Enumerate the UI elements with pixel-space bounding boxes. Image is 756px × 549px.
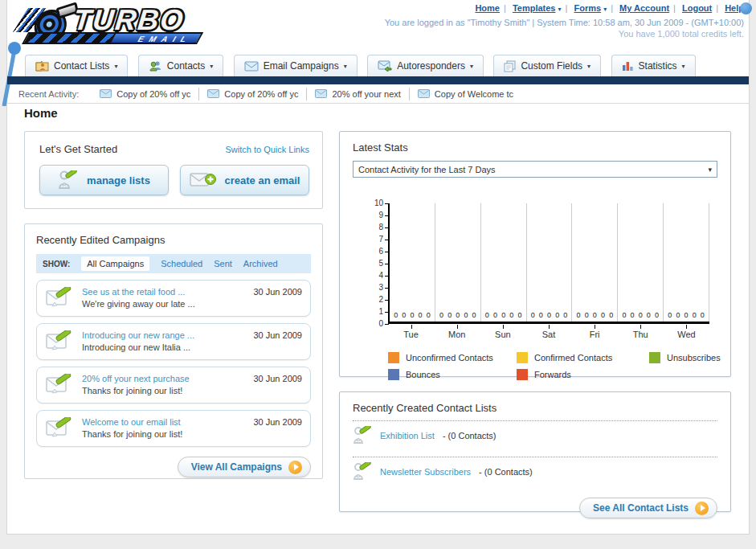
- chart-day-group: 00000: [481, 203, 527, 322]
- nav-link-templates[interactable]: Templates: [513, 3, 556, 13]
- tab-custom-fields[interactable]: Custom Fields ▾: [493, 55, 601, 76]
- nav-link-logout[interactable]: Logout: [682, 3, 712, 13]
- envelope-pencil-icon: [45, 330, 74, 353]
- chart-legend: Unconfirmed Contacts Confirmed Contacts …: [388, 352, 717, 380]
- campaign-subject: We're giving away our late ...: [82, 299, 245, 309]
- series-value-label: 0: [394, 311, 398, 319]
- see-all-contact-lists-button[interactable]: See All Contact Lists: [579, 498, 717, 518]
- filter-all-campaigns[interactable]: All Campaigns: [81, 256, 149, 271]
- x-tick-label: Wed: [664, 326, 709, 339]
- recent-activity-item[interactable]: Copy of 20% off yc: [199, 88, 307, 100]
- legend-swatch: [517, 369, 528, 380]
- legend-item: Unsubscribes: [649, 352, 721, 363]
- utility-nav: Home| Templates ▾| Forms ▾| My Account| …: [385, 3, 744, 13]
- activity-item-label: Copy of 20% off yc: [116, 89, 190, 99]
- nav-link-forms[interactable]: Forms: [574, 3, 601, 13]
- contact-list-link[interactable]: Newsletter Subscribers: [380, 467, 471, 477]
- create-email-button[interactable]: create an email: [180, 165, 309, 195]
- show-label: SHOW:: [43, 260, 70, 268]
- legend-item: Bounces: [388, 369, 517, 380]
- navy-divider-bar: [7, 76, 749, 84]
- x-tick-label: Fri: [572, 326, 618, 339]
- campaign-link[interactable]: 20% off your next purchase: [82, 374, 245, 383]
- manage-lists-button[interactable]: manage lists: [39, 165, 169, 195]
- app-window: TURBO EMAIL Home| Templates ▾| Forms ▾| …: [0, 0, 756, 549]
- logo-subtitle: EMAIL: [136, 35, 194, 43]
- tab-label: Contact Lists: [54, 60, 109, 72]
- series-value-label: 0: [531, 311, 535, 319]
- x-tick-label: Tue: [388, 326, 434, 339]
- envelope-arrow-icon: [378, 60, 392, 72]
- y-tick-label: 9: [366, 210, 383, 221]
- tab-contact-lists[interactable]: Contact Lists ▾: [25, 55, 128, 76]
- switch-quick-links[interactable]: Switch to Quick Links: [225, 145, 309, 154]
- recent-activity-item[interactable]: 20% off your next: [307, 88, 409, 100]
- y-tick-label: 8: [366, 222, 383, 233]
- stats-range-select[interactable]: Contact Activity for the Last 7 Days ▾: [353, 161, 717, 178]
- series-value-label: 0: [419, 311, 423, 319]
- envelope-pencil-icon: [45, 287, 74, 309]
- chevron-down-icon: ▾: [210, 63, 213, 70]
- series-value-label: 0: [464, 311, 468, 319]
- contact-lists-panel: Recently Created Contact Lists Exhibitio…: [339, 391, 731, 512]
- value-labels: 00000: [664, 311, 709, 319]
- top-header: TURBO EMAIL Home| Templates ▾| Forms ▾| …: [7, 0, 749, 56]
- latest-stats-panel: Latest Stats Contact Activity for the La…: [339, 131, 731, 377]
- series-value-label: 0: [410, 311, 414, 319]
- tab-contacts[interactable]: Contacts ▾: [138, 55, 223, 76]
- view-all-campaigns-label: View All Campaigns: [191, 461, 282, 473]
- contact-list-link[interactable]: Exhibition List: [380, 431, 435, 440]
- y-tick-label: 2: [366, 294, 383, 305]
- y-tick-label: 1: [366, 306, 383, 318]
- blue-dot-icon: [740, 2, 752, 14]
- legend-item: Forwards: [517, 369, 649, 380]
- chart-day-group: 00000: [435, 203, 481, 322]
- recent-activity-item[interactable]: Copy of 20% off yc: [92, 88, 199, 100]
- series-value-label: 0: [647, 311, 651, 319]
- x-tick-label: Sun: [480, 326, 525, 339]
- nav-link-my-account[interactable]: My Account: [619, 3, 669, 13]
- series-value-label: 0: [427, 311, 431, 319]
- person-pencil-icon: [353, 426, 372, 445]
- separator: |: [716, 3, 718, 13]
- filter-scheduled[interactable]: Scheduled: [161, 259, 202, 268]
- campaign-filter-strip: SHOW: All Campaigns Scheduled Sent Archi…: [36, 254, 311, 273]
- legend-swatch: [649, 352, 660, 363]
- tab-statistics[interactable]: Statistics ▾: [611, 55, 696, 76]
- series-value-label: 0: [447, 311, 452, 319]
- campaign-link[interactable]: Welcome to our email list: [82, 417, 245, 427]
- campaign-date: 30 Jun 2009: [253, 330, 302, 340]
- chart-day-group: 00000: [527, 203, 573, 322]
- filter-sent[interactable]: Sent: [214, 259, 232, 268]
- recent-activity-item[interactable]: Copy of Welcome tc: [410, 88, 521, 100]
- get-started-panel: Let's Get Started Switch to Quick Links …: [24, 131, 323, 209]
- value-labels: 00000: [481, 311, 526, 319]
- legend-item: Confirmed Contacts: [517, 352, 649, 363]
- tab-email-campaigns[interactable]: Email Campaigns ▾: [234, 55, 358, 76]
- tab-label: Contacts: [167, 60, 205, 72]
- series-value-label: 0: [668, 311, 672, 319]
- manage-lists-label: manage lists: [87, 174, 150, 186]
- legend-label: Confirmed Contacts: [534, 353, 612, 363]
- view-all-campaigns-button[interactable]: View All Campaigns: [178, 457, 311, 477]
- y-tick-label: 7: [366, 234, 383, 245]
- series-value-label: 0: [472, 311, 476, 319]
- series-value-label: 0: [684, 311, 689, 319]
- campaign-row: Welcome to our email list Thanks for joi…: [36, 410, 311, 447]
- tab-label: Autoresponders: [397, 60, 465, 72]
- series-value-label: 0: [485, 311, 489, 319]
- folder-contacts-icon: [35, 60, 49, 72]
- campaign-subject: Introducing our new Italia ...: [82, 342, 245, 352]
- series-value-label: 0: [439, 311, 443, 319]
- campaign-date: 30 Jun 2009: [253, 374, 302, 383]
- filter-archived[interactable]: Archived: [243, 259, 278, 268]
- chevron-down-icon: ▾: [470, 63, 473, 70]
- contact-lists-title: Recently Created Contact Lists: [353, 402, 717, 414]
- envelope-icon: [418, 89, 430, 98]
- campaign-link[interactable]: See us at the retail food ...: [82, 287, 245, 297]
- nav-link-home[interactable]: Home: [475, 3, 500, 13]
- tab-autoresponders[interactable]: Autoresponders ▾: [367, 55, 484, 76]
- value-labels: 00000: [618, 311, 663, 319]
- campaign-link[interactable]: Introducing our new range ...: [82, 330, 245, 340]
- chevron-down-icon: ▾: [344, 63, 347, 70]
